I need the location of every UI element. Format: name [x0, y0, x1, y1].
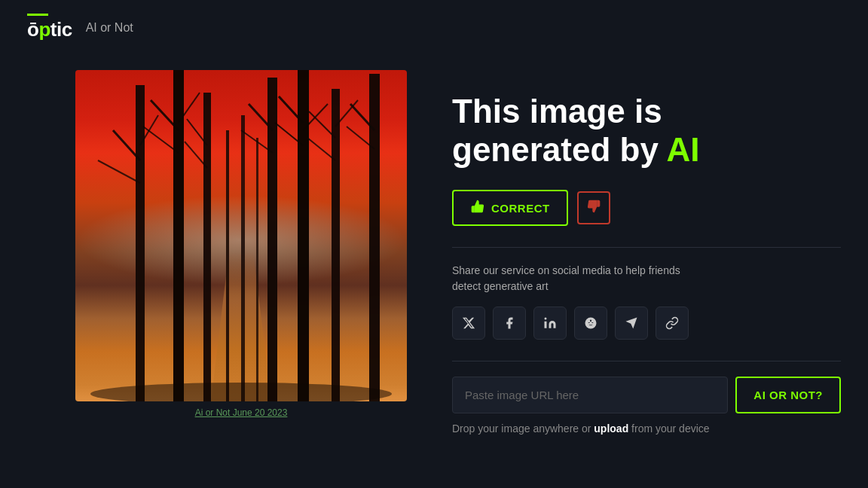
- thumbs-down-icon: [586, 199, 601, 218]
- facebook-icon: [503, 316, 516, 330]
- result-heading: This image is generated by AI: [452, 93, 841, 169]
- svg-rect-0: [226, 130, 229, 401]
- svg-rect-2: [256, 138, 258, 401]
- image-caption[interactable]: Ai or Not June 20 2023: [195, 407, 288, 418]
- facebook-share-button[interactable]: [493, 307, 526, 340]
- ai-or-not-button[interactable]: AI OR NOT?: [735, 377, 841, 413]
- wrong-button[interactable]: [577, 191, 610, 224]
- logo-optic-text: ōptic: [27, 18, 72, 41]
- main-content: Ai or Not June 20 2023 This image is gen…: [0, 55, 868, 450]
- share-text-line2: detect generative art: [452, 280, 549, 292]
- image-container: Ai or Not June 20 2023: [75, 70, 407, 418]
- divider-1: [452, 247, 841, 248]
- svg-point-30: [545, 318, 547, 320]
- logo-subtitle: AI or Not: [86, 21, 133, 35]
- linkedin-share-button[interactable]: [533, 307, 567, 340]
- heading-line2: generated by: [452, 131, 659, 168]
- svg-rect-3: [136, 85, 145, 401]
- thumbs-up-icon: [470, 199, 485, 217]
- url-section: AI OR NOT? Drop your image anywhere or u…: [452, 377, 841, 435]
- svg-line-23: [309, 111, 335, 138]
- telegram-icon: [625, 316, 638, 330]
- twitter-share-button[interactable]: [452, 307, 485, 340]
- twitter-icon: [462, 316, 475, 330]
- drop-text-suffix: from your device: [628, 422, 709, 435]
- upload-link[interactable]: upload: [594, 422, 628, 435]
- heading-line1: This image is: [452, 93, 662, 130]
- divider-2: [452, 361, 841, 361]
- url-input[interactable]: [452, 377, 728, 413]
- linkedin-icon: [543, 316, 557, 330]
- logo-wrapper: ōptic: [27, 14, 72, 41]
- social-icons-row: [452, 307, 841, 340]
- logo-bar-accent: [27, 14, 48, 16]
- svg-line-14: [143, 127, 179, 153]
- feedback-buttons: CORRECT: [452, 190, 841, 226]
- telegram-share-button[interactable]: [615, 307, 648, 340]
- share-description: Share our service on social media to hel…: [452, 263, 841, 294]
- reddit-icon: [584, 316, 598, 330]
- correct-button[interactable]: CORRECT: [452, 190, 568, 226]
- logo-container: ōptic AI or Not: [27, 14, 133, 41]
- share-text-line1: Share our service on social media to hel…: [452, 264, 680, 276]
- svg-rect-1: [241, 115, 245, 401]
- header: ōptic AI or Not: [0, 0, 868, 55]
- svg-rect-4: [173, 70, 184, 401]
- trees-svg: [75, 70, 407, 401]
- result-panel: This image is generated by AI CORRECT: [452, 70, 841, 435]
- svg-line-24: [307, 138, 335, 160]
- artwork-canvas: [75, 70, 407, 401]
- link-icon: [665, 316, 679, 330]
- url-input-row: AI OR NOT?: [452, 377, 841, 413]
- artwork: [75, 70, 407, 401]
- drop-text-prefix: Drop your image anywhere or: [452, 422, 594, 435]
- reddit-share-button[interactable]: [574, 307, 607, 340]
- svg-point-31: [585, 318, 597, 329]
- heading-ai: AI: [666, 131, 699, 168]
- copy-link-button[interactable]: [656, 307, 689, 340]
- svg-rect-29: [545, 322, 547, 328]
- correct-button-label: CORRECT: [491, 202, 550, 215]
- drop-text: Drop your image anywhere or upload from …: [452, 422, 841, 435]
- svg-line-11: [98, 160, 140, 183]
- svg-rect-5: [203, 93, 211, 401]
- svg-rect-9: [369, 74, 380, 401]
